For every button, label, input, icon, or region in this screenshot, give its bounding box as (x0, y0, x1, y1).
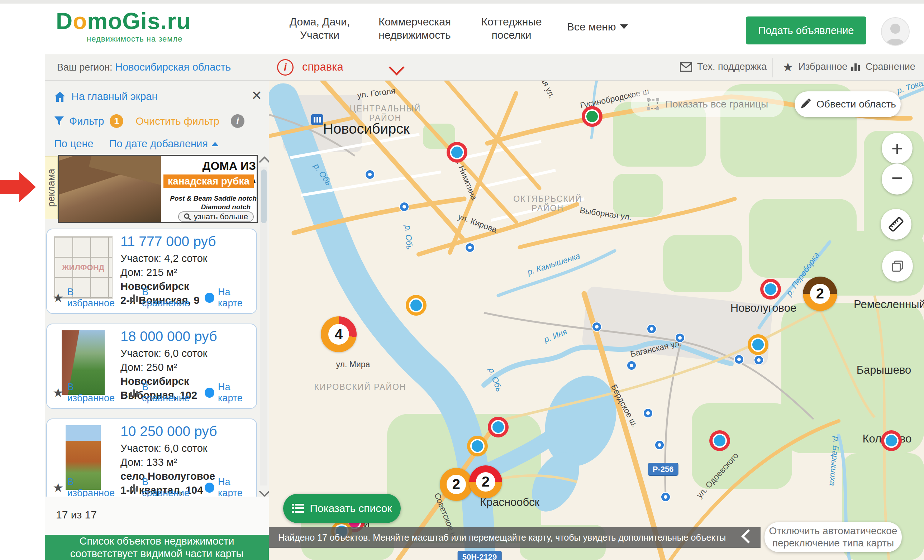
region-link[interactable]: Новосибирская область (115, 61, 231, 73)
compare-action[interactable]: В сравнение (129, 287, 197, 309)
scroll-down-icon[interactable] (259, 486, 269, 497)
cluster-marker[interactable]: 2 (440, 468, 473, 501)
show-on-map-action[interactable]: На карте (205, 382, 256, 404)
region-label: Ваш регион: (57, 62, 112, 73)
map-label: КИРОВСКИЙ РАЙОН (314, 382, 406, 392)
compare-action[interactable]: В сравнение (129, 476, 197, 499)
map-status-bar: Найдено 17 объектов. Меняйте масштаб или… (269, 527, 760, 548)
listing-marker[interactable] (709, 430, 730, 451)
listing-marker[interactable] (748, 334, 768, 355)
logo[interactable]: DomoGis.ru недвижимость на земле (56, 9, 190, 44)
cluster-marker[interactable]: 2 (469, 466, 502, 499)
cluster-marker[interactable]: 4 (321, 316, 357, 352)
map-canvas (269, 81, 924, 560)
listing-marker[interactable] (582, 106, 603, 127)
info-icon: i (277, 59, 294, 76)
nav-houses-dachas[interactable]: Дома, Дачи,Участки (280, 15, 359, 42)
person-icon (882, 18, 909, 45)
favorite-action[interactable]: ★В избранное (52, 476, 122, 499)
cluster-marker[interactable]: 2 (803, 277, 837, 311)
listing-house-area: Дом: 215 м² (120, 265, 216, 280)
road-badge: Р-256 (648, 463, 678, 476)
ad-line1: Post & Beam Saddle notch (163, 195, 256, 202)
chevron-down-icon[interactable] (389, 60, 405, 76)
layers-icon (890, 258, 905, 274)
scroll-up-icon[interactable] (259, 156, 269, 167)
favorites-link[interactable]: ★ Избранное (782, 61, 847, 72)
sort-by-date[interactable]: По дате добавления (110, 138, 219, 150)
ad-house-photo (59, 156, 161, 222)
avatar[interactable] (881, 17, 910, 46)
support-link[interactable]: Тех. поддержка (680, 61, 766, 72)
nav-commercial[interactable]: Коммерческаянедвижимость (370, 15, 459, 42)
listing-marker[interactable] (467, 436, 488, 457)
compare-bars-icon (850, 62, 861, 72)
layers-button[interactable] (882, 251, 913, 281)
magnifier-icon (184, 213, 191, 220)
transit-node (661, 493, 670, 501)
listing-marker[interactable] (760, 279, 781, 299)
listing-marker[interactable] (406, 295, 426, 316)
favorite-action[interactable]: ★В избранное (52, 287, 122, 309)
listing-card[interactable]: 18 000 000 руб Участок: 6,0 соток Дом: 2… (46, 323, 257, 409)
listing-card[interactable]: ЖИЛФОНД 11 777 000 руб Участок: 4,2 сото… (46, 229, 257, 314)
left-rail (0, 54, 45, 560)
transit-node (655, 441, 664, 449)
close-icon[interactable]: ✕ (251, 89, 262, 102)
ruler-icon (887, 215, 905, 234)
transit-node (466, 243, 474, 252)
map-label: Ремесленный (854, 298, 924, 311)
sidebar: На главный экран ✕ Фильтр 1 Очистить фил… (45, 81, 269, 560)
clear-filter-link[interactable]: Очистить фильтр (135, 115, 219, 127)
transit-node (366, 170, 374, 179)
filter-count-badge: 1 (110, 114, 123, 128)
ad-line2: Diamond notch (163, 203, 250, 211)
ad-badge: канадская рубка (164, 175, 254, 188)
compare-action[interactable]: В сравнение (129, 382, 197, 404)
star-icon: ★ (52, 387, 63, 398)
nav-all-menu[interactable]: Все меню (567, 20, 635, 33)
transit-node (644, 409, 652, 418)
map-dot-icon (205, 293, 214, 303)
filter-link[interactable]: Фильтр (54, 115, 104, 127)
ad-pointer-arrow-icon (0, 171, 36, 204)
submit-listing-button[interactable]: Подать объявление (746, 16, 866, 45)
show-on-map-action[interactable]: На карте (205, 476, 256, 499)
compare-link[interactable]: Сравнение (850, 61, 915, 72)
selection-frame-icon (646, 98, 660, 111)
map-label: Новолуговое (730, 302, 796, 314)
nav-cottage-villages[interactable]: Коттеджныепоселки (474, 15, 549, 42)
show-on-map-action[interactable]: На карте (205, 287, 256, 309)
ruler-button[interactable] (880, 209, 912, 240)
zoom-out-button[interactable]: − (882, 164, 912, 195)
ad-banner[interactable]: ДОМА ИЗ БРЕВНА канадская рубка Post & Be… (58, 155, 258, 223)
listing-marker[interactable] (488, 417, 508, 437)
home-link[interactable]: На главный экран (54, 91, 158, 102)
draw-area-button[interactable]: Обвести область (795, 91, 901, 117)
info-icon[interactable]: i (231, 114, 244, 128)
help-link[interactable]: справка (302, 61, 344, 73)
listing-marker[interactable] (881, 430, 902, 451)
favorite-action[interactable]: ★В избранное (52, 382, 122, 404)
listing-price[interactable]: 11 777 000 руб (120, 234, 216, 249)
chevron-down-icon (620, 24, 628, 29)
listing-price[interactable]: 10 250 000 руб (120, 424, 217, 439)
ad-more-button[interactable]: узнать больше (178, 211, 254, 222)
listing-card[interactable]: 10 250 000 руб Участок: 6,0 соток Дом: 1… (46, 418, 257, 504)
star-icon: ★ (52, 292, 63, 303)
scrollbar-thumb[interactable] (261, 169, 267, 223)
map-label: ЦЕНТРАЛЬНЫЙ (350, 104, 421, 114)
disable-auto-map-type-button[interactable]: Отключить автоматическоепереключение тип… (765, 522, 902, 552)
header: DomoGis.ru недвижимость на земле Дома, Д… (0, 4, 924, 54)
zoom-in-button[interactable]: + (882, 133, 912, 164)
sort-by-price[interactable]: По цене (54, 138, 93, 150)
map[interactable]: ул. Гоголяая ул.ЦЕНТРАЛЬНЫЙРАЙОННовосиби… (269, 81, 924, 560)
transit-node (754, 356, 763, 364)
listing-price[interactable]: 18 000 000 руб (120, 329, 217, 344)
show-borders-button[interactable]: Показать все границы (631, 91, 784, 117)
road-badge: 50Н-2129 (458, 551, 502, 560)
listing-marker[interactable] (447, 142, 467, 163)
photo-watermark: ЖИЛФОНД (62, 263, 105, 272)
show-list-button[interactable]: Показать список (283, 494, 401, 523)
results-counter: 17 из 17 (56, 509, 97, 521)
